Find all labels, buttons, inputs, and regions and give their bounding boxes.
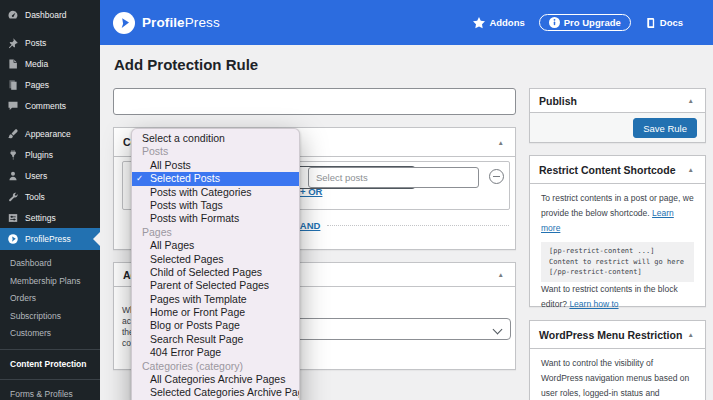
rule-title-input[interactable]: [113, 88, 516, 115]
profilepress-topbar: ProfilePress Addons Pro Upgrade Docs: [100, 0, 713, 45]
sidebar-item-posts[interactable]: Posts: [0, 32, 100, 53]
star-icon: [473, 17, 485, 29]
brand-name: ProfilePress: [142, 15, 220, 30]
menu-restriction-text: Want to control the visibility of WordPr…: [541, 356, 694, 400]
dropdown-group-label: Categories (category): [132, 360, 299, 373]
save-rule-button[interactable]: Save Rule: [633, 118, 697, 138]
panel-header: WordPress Menu Restriction ▲: [530, 321, 705, 349]
wrench-icon: [7, 191, 19, 203]
topbar-actions: Addons Pro Upgrade Docs: [473, 14, 683, 31]
collapse-icon[interactable]: ▲: [686, 329, 696, 340]
sidebar-item-label: Settings: [25, 213, 56, 223]
dropdown-option[interactable]: Posts with Categories: [132, 186, 299, 199]
sidebar-item-label: Users: [25, 171, 47, 181]
panel-body: To restrict contents in a post or page, …: [530, 184, 705, 319]
docs-link[interactable]: Docs: [645, 17, 683, 29]
submenu-item-subscriptions[interactable]: Subscriptions: [0, 308, 100, 326]
minus-icon: [493, 176, 500, 177]
panel-header: Publish ▲: [530, 89, 705, 113]
menu-separator: [0, 116, 100, 123]
submenu-separator: [0, 349, 100, 350]
checkmark-icon: ✓: [136, 172, 143, 185]
pro-upgrade-button[interactable]: Pro Upgrade: [539, 14, 631, 31]
media-icon: [7, 58, 19, 70]
sidebar-item-pages[interactable]: Pages: [0, 74, 100, 95]
user-icon: [7, 170, 19, 182]
dropdown-option[interactable]: Posts with Formats: [132, 212, 299, 225]
dropdown-option[interactable]: 404 Error Page: [132, 346, 299, 359]
code-line: [pp-restrict-content ...]: [549, 246, 686, 257]
dropdown-option[interactable]: Search Result Page: [132, 333, 299, 346]
dashboard-icon: [7, 9, 19, 21]
sidebar-item-tools[interactable]: Tools: [0, 186, 100, 207]
sidebar-item-media[interactable]: Media: [0, 53, 100, 74]
submenu-item-forms-profiles[interactable]: Forms & Profiles: [0, 386, 100, 400]
submenu-item-dashboard[interactable]: Dashboard: [0, 255, 100, 273]
collapse-icon[interactable]: ▲: [496, 269, 506, 280]
collapse-icon[interactable]: ▲: [496, 137, 506, 148]
panel-body: Want to control the visibility of WordPr…: [530, 349, 705, 400]
and-divider: [327, 225, 509, 226]
dropdown-placeholder-option[interactable]: Select a condition: [132, 132, 299, 145]
collapse-icon[interactable]: ▲: [686, 164, 696, 175]
brush-icon: [7, 128, 19, 140]
dropdown-option[interactable]: Home or Front Page: [132, 306, 299, 319]
select-posts-input[interactable]: [308, 167, 479, 188]
shortcode-outro: Want to restrict contents in the block e…: [541, 282, 694, 312]
collapse-icon[interactable]: ▲: [686, 95, 696, 106]
dropdown-option[interactable]: All Categories Archive Pages: [132, 373, 299, 386]
sidebar-item-label: ProfilePress: [25, 234, 71, 244]
sidebar-item-dashboard[interactable]: Dashboard: [0, 4, 100, 25]
shortcode-code-block: [pp-restrict-content ...] Content to res…: [541, 242, 694, 282]
dropdown-group-label: Pages: [132, 226, 299, 239]
panel-header: Restrict Content Shortcode ▲: [530, 156, 705, 184]
profilepress-logo-icon: [113, 12, 135, 34]
sidebar-item-comments[interactable]: Comments: [0, 95, 100, 116]
dropdown-option[interactable]: Selected Pages: [132, 253, 299, 266]
page-title: Add Protection Rule: [114, 56, 258, 73]
dropdown-option[interactable]: Parent of Selected Pages: [132, 279, 299, 292]
addons-link[interactable]: Addons: [473, 17, 524, 29]
dropdown-option[interactable]: Child of Selected Pages: [132, 266, 299, 279]
add-or-condition-link[interactable]: + OR: [300, 186, 322, 197]
settings-icon: [7, 212, 19, 224]
dropdown-option[interactable]: Posts with Tags: [132, 199, 299, 212]
dropdown-option[interactable]: All Posts: [132, 159, 299, 172]
panel-title: Restrict Content Shortcode: [539, 164, 676, 176]
dropdown-option[interactable]: Blog or Posts Page: [132, 319, 299, 332]
menu-separator: [0, 25, 100, 32]
code-line: Content to restrict will go here: [549, 257, 686, 268]
dropdown-option[interactable]: All Pages: [132, 239, 299, 252]
submenu-item-customers[interactable]: Customers: [0, 325, 100, 343]
sidebar-item-label: Posts: [25, 38, 46, 48]
dropdown-option[interactable]: Selected Categories Archive Pages: [132, 386, 299, 399]
sidebar-item-profilepress[interactable]: ProfilePress: [0, 228, 100, 250]
dropdown-option[interactable]: Pages with Template: [132, 293, 299, 306]
publish-actions: Save Rule: [530, 113, 705, 142]
sidebar-item-plugins[interactable]: Plugins: [0, 144, 100, 165]
dropdown-option[interactable]: ✓Selected Posts: [132, 172, 299, 185]
panel-title: WordPress Menu Restriction: [539, 329, 682, 341]
active-menu-arrow: [93, 232, 100, 246]
learn-how-to-link[interactable]: Learn how to: [569, 299, 618, 309]
restrict-shortcode-panel: Restrict Content Shortcode ▲ To restrict…: [529, 155, 706, 307]
sidebar-item-label: Tools: [25, 192, 45, 202]
sidebar-item-appearance[interactable]: Appearance: [0, 123, 100, 144]
sidebar-item-settings[interactable]: Settings: [0, 207, 100, 228]
sidebar-item-label: Pages: [25, 80, 49, 90]
plugin-icon: [7, 149, 19, 161]
dropdown-group-label: Posts: [132, 145, 299, 158]
sidebar-item-label: Dashboard: [25, 10, 67, 20]
submenu-item-membership-plans[interactable]: Membership Plans: [0, 273, 100, 291]
condition-dropdown: Select a conditionPostsAll Posts✓Selecte…: [131, 128, 300, 400]
comment-icon: [7, 100, 19, 112]
profilepress-submenu: Dashboard Membership Plans Orders Subscr…: [0, 250, 100, 400]
submenu-item-content-protection[interactable]: Content Protection: [0, 356, 100, 374]
menu-restriction-panel: WordPress Menu Restriction ▲ Want to con…: [529, 320, 706, 400]
publish-panel: Publish ▲ Save Rule: [529, 88, 706, 143]
sidebar-item-users[interactable]: Users: [0, 165, 100, 186]
remove-condition-button[interactable]: [489, 169, 504, 184]
profilepress-brand[interactable]: ProfilePress: [113, 12, 220, 34]
sidebar-item-label: Appearance: [25, 129, 71, 139]
submenu-item-orders[interactable]: Orders: [0, 290, 100, 308]
